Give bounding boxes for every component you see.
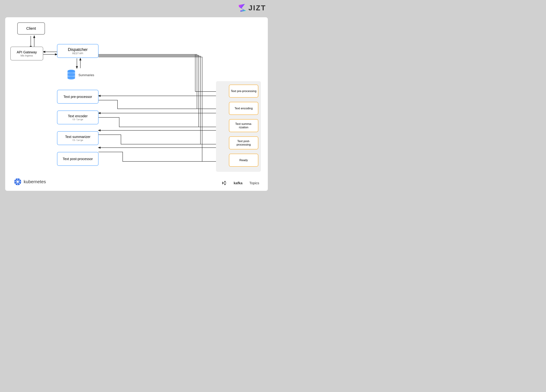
kafka-icon xyxy=(220,180,230,186)
svg-point-17 xyxy=(17,181,19,183)
kafka-label-container: kafka Topics xyxy=(220,180,259,186)
kubernetes-icon xyxy=(14,178,22,186)
svg-line-34 xyxy=(223,183,224,183)
database-container: Summaries xyxy=(66,69,94,81)
svg-point-27 xyxy=(224,181,226,182)
topic-text-preprocessing-label: Text pre-processing xyxy=(231,90,256,93)
text-postprocessor-box: Text post-processor xyxy=(57,152,98,166)
topic-text-preprocessing-box: Text pre-processing xyxy=(229,85,258,97)
api-gateway-title: API Gateway xyxy=(17,50,37,54)
topic-text-postprocessing-box: Text post-processing xyxy=(229,136,258,149)
topics-text: Topics xyxy=(249,181,259,185)
api-gateway-box: API Gateway k8s Ingress xyxy=(10,47,43,60)
database-label: Summaries xyxy=(78,73,94,77)
svg-point-13 xyxy=(68,77,75,79)
kubernetes-label: kubernetes xyxy=(24,179,46,184)
topic-text-summarization-box: Text summa-rization xyxy=(229,119,258,132)
kafka-text: kafka xyxy=(234,181,242,185)
text-postprocessor-title: Text post-processor xyxy=(63,157,93,161)
text-encoder-box: Text encoder t5-large xyxy=(57,110,98,124)
dispatcher-box: Dispatcher REST API xyxy=(57,44,98,58)
text-encoder-subtitle: t5-large xyxy=(72,118,83,121)
dispatcher-title: Dispatcher xyxy=(68,47,88,52)
jizt-logo: JIZT xyxy=(238,3,266,13)
svg-point-29 xyxy=(222,183,223,184)
svg-point-30 xyxy=(222,182,223,183)
text-summarizer-box: Text summarizer t5-large xyxy=(57,131,98,145)
svg-line-33 xyxy=(223,183,224,183)
text-summarizer-title: Text summarizer xyxy=(65,135,91,139)
outer-container: JIZT xyxy=(0,0,273,196)
dispatcher-subtitle: REST API xyxy=(72,52,83,55)
topic-text-summarization-label: Text summa-rization xyxy=(231,122,257,129)
topic-ready-box: Ready xyxy=(229,154,258,167)
api-gateway-subtitle: k8s Ingress xyxy=(20,54,33,57)
topic-text-postprocessing-label: Text post-processing xyxy=(231,140,257,147)
text-preprocessor-box: Text pre-processor xyxy=(57,90,98,104)
diagram-area: Client API Gateway k8s Ingress Dispatche… xyxy=(5,17,268,191)
kubernetes-badge: kubernetes xyxy=(14,178,46,186)
client-box: Client xyxy=(17,22,45,35)
text-preprocessor-title: Text pre-processor xyxy=(63,95,92,99)
database-icon xyxy=(66,69,76,81)
client-label: Client xyxy=(26,26,36,31)
topic-ready-label: Ready xyxy=(239,159,248,162)
logo-text: JIZT xyxy=(248,4,266,12)
text-encoder-title: Text encoder xyxy=(68,114,88,118)
svg-point-28 xyxy=(224,184,226,185)
topic-text-encoding-box: Text encoding xyxy=(229,102,258,115)
topic-text-encoding-label: Text encoding xyxy=(235,107,253,110)
svg-point-15 xyxy=(68,70,75,72)
svg-point-14 xyxy=(68,73,75,76)
text-summarizer-subtitle: t5-large xyxy=(72,139,83,141)
